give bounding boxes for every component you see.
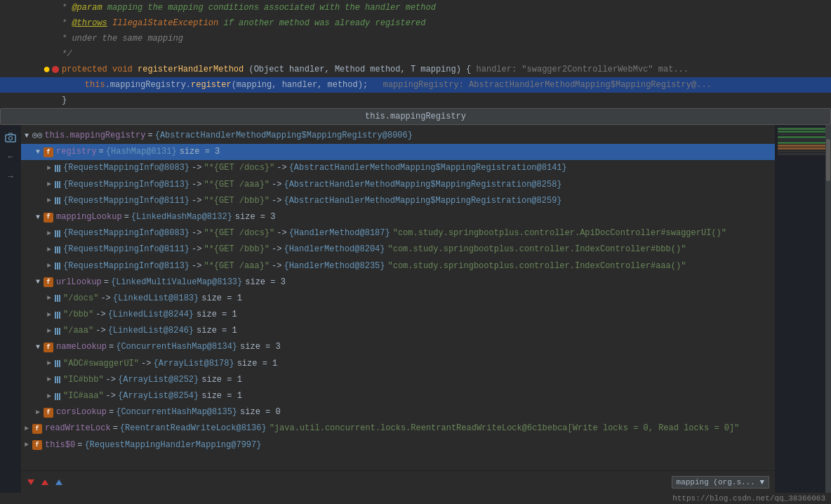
expand-nl-1[interactable]: ► xyxy=(44,358,55,369)
field-icon-corsLookup: f xyxy=(44,408,53,418)
expand-ul-3[interactable]: ► xyxy=(44,326,55,337)
expand-root[interactable]: ▼ xyxy=(21,131,32,142)
expand-readWriteLock[interactable]: ► xyxy=(21,423,32,435)
method-register: register xyxy=(191,80,232,90)
tree-row-nl-3[interactable]: ► "IC#aaa" -> {ArrayList@8254} size = 1 xyxy=(21,388,775,404)
lines-icon-ul-2 xyxy=(55,312,60,319)
tree-row-nl-2[interactable]: ► "IC#bbb" -> {ArrayList@8252} size = 1 xyxy=(21,372,775,388)
comment-2: * @throws IllegalStateException if anoth… xyxy=(62,18,426,28)
gutter-5: ● xyxy=(6,63,62,76)
svg-rect-0 xyxy=(6,135,15,142)
debug-panel: ▼ ◎◎ this.mappingRegistry = {AbstractHan… xyxy=(21,125,775,493)
double-circle-icon: ◎◎ xyxy=(32,129,42,142)
tooltip-bar: this.mappingRegistry xyxy=(0,108,831,125)
debug-tree[interactable]: ▼ ◎◎ this.mappingRegistry = {AbstractHan… xyxy=(21,125,775,470)
sidebar-icon-arrow-right[interactable]: → xyxy=(4,170,18,184)
expand-registry[interactable]: ▼ xyxy=(32,147,44,158)
tree-row-corsLookup[interactable]: ► f corsLookup = {ConcurrentHashMap@8135… xyxy=(21,404,775,420)
var-name-registry: registry xyxy=(56,145,97,159)
expand-this0[interactable]: ► xyxy=(21,439,32,451)
expand-mappingLookup[interactable]: ▼ xyxy=(32,212,44,223)
sidebar-icon-arrow-left[interactable]: ← xyxy=(4,150,18,164)
field-icon-registry: f xyxy=(44,147,53,157)
bottom-arrow-up-blue[interactable] xyxy=(55,478,63,486)
minimap-line-8 xyxy=(778,147,828,150)
field-icon-rwlock: f xyxy=(32,424,42,434)
code-content-7: } xyxy=(62,94,831,107)
expand-ul-1[interactable]: ► xyxy=(44,293,55,304)
minimap xyxy=(775,125,831,493)
sidebar-icon-camera[interactable] xyxy=(4,131,18,145)
tree-row-nl-1[interactable]: ► "ADC#swaggerUI" -> {ArrayList@8178} si… xyxy=(21,356,775,372)
lines-icon-1 xyxy=(55,165,60,172)
minimap-line-6 xyxy=(778,142,828,144)
code-content-2: * @throws IllegalStateException if anoth… xyxy=(62,17,831,29)
expand-reg-1[interactable]: ► xyxy=(44,163,55,174)
tree-row-reg-2[interactable]: ► {RequestMappingInfo@8113} -> "*{GET /a… xyxy=(21,177,775,193)
code-content-6: this.mappingRegistry.register(mapping, h… xyxy=(62,79,831,91)
expand-nl-2[interactable]: ► xyxy=(44,374,55,385)
tree-row-root[interactable]: ▼ ◎◎ this.mappingRegistry = {AbstractHan… xyxy=(21,128,775,144)
bottom-arrow-up-red[interactable] xyxy=(41,478,49,486)
expand-urlLookup[interactable]: ▼ xyxy=(32,277,44,288)
code-line-6: this.mappingRegistry.register(mapping, h… xyxy=(0,77,831,93)
hint-registry: mappingRegistry: AbstractHandlerMethodMa… xyxy=(383,80,712,90)
tooltip-title: this.mappingRegistry xyxy=(365,112,466,121)
tree-row-ul-1[interactable]: ► "/docs" -> {LinkedList@8183} size = 1 xyxy=(21,291,775,307)
minimap-line-3 xyxy=(778,133,828,135)
tree-row-ul-2[interactable]: ► "/bbb" -> {LinkedList@8244} size = 1 xyxy=(21,307,775,323)
field-icon-mappingLookup: f xyxy=(44,213,53,223)
minimap-line-10 xyxy=(778,153,828,155)
comment-1: * @param mapping the mapping conditions … xyxy=(62,3,436,13)
code-line-3: * under the same mapping xyxy=(0,31,831,46)
expand-ml-1[interactable]: ► xyxy=(44,228,55,239)
sidebar-icons: ← → xyxy=(0,125,21,493)
scrollbar-thumb[interactable] xyxy=(826,139,830,181)
lines-icon-ul-1 xyxy=(55,295,60,302)
bottom-arrow-down[interactable] xyxy=(27,478,35,486)
tree-row-readWriteLock[interactable]: ► f readWriteLock = {ReentrantReadWriteL… xyxy=(21,420,775,437)
expand-reg-3[interactable]: ► xyxy=(44,195,55,206)
expand-reg-2[interactable]: ► xyxy=(44,179,55,190)
expand-corsLookup[interactable]: ► xyxy=(32,407,44,418)
tree-row-ml-2[interactable]: ► {RequestMappingInfo@8111} -> "*{GET /b… xyxy=(21,241,775,258)
url-text: https://blog.csdn.net/qq_38366063 xyxy=(672,494,825,503)
main-container: * @param mapping the mapping conditions … xyxy=(0,0,831,504)
tree-row-ml-3[interactable]: ► {RequestMappingInfo@8113} -> "*{GET /a… xyxy=(21,258,775,274)
expand-ml-3[interactable]: ► xyxy=(44,260,55,272)
tree-row-nameLookup[interactable]: ▼ f nameLookup = {ConcurrentHashMap@8134… xyxy=(21,339,775,355)
expand-nl-3[interactable]: ► xyxy=(44,391,55,402)
tree-row-urlLookup[interactable]: ▼ f urlLookup = {LinkedMultiValueMap@813… xyxy=(21,274,775,291)
code-editor: * @param mapping the mapping conditions … xyxy=(0,0,831,108)
scrollbar-track[interactable] xyxy=(825,125,831,493)
lines-icon-nl-1 xyxy=(55,360,60,367)
field-icon-urlLookup: f xyxy=(44,277,53,287)
bottom-bar: mapping (org.s... ▼ xyxy=(21,470,775,493)
tree-row-mappingLookup[interactable]: ▼ f mappingLookup = {LinkedHashMap@8132}… xyxy=(21,209,775,225)
minimap-line-5 xyxy=(778,139,828,141)
svg-marker-4 xyxy=(55,479,62,485)
tree-row-this0[interactable]: ► f this$0 = {RequestMappingHandlerMappi… xyxy=(21,437,775,453)
code-content-3: * under the same mapping xyxy=(62,32,831,45)
svg-marker-2 xyxy=(27,479,34,485)
minimap-code xyxy=(775,125,831,493)
expand-nameLookup[interactable]: ▼ xyxy=(32,342,44,353)
lines-icon-2 xyxy=(55,181,60,188)
kw-this: this xyxy=(85,80,105,90)
minimap-line-2 xyxy=(778,131,828,133)
lines-icon-ml-1 xyxy=(55,230,60,237)
tree-row-reg-3[interactable]: ► {RequestMappingInfo@8111} -> "*{GET /b… xyxy=(21,193,775,209)
tree-row-reg-1[interactable]: ► {RequestMappingInfo@8083} -> "*{GET /d… xyxy=(21,160,775,176)
expand-ul-2[interactable]: ► xyxy=(44,310,55,321)
bottom-dropdown[interactable]: mapping (org.s... ▼ xyxy=(672,476,769,489)
var-value-root: {AbstractHandlerMethodMapping$MappingReg… xyxy=(155,129,413,142)
lines-icon-ul-3 xyxy=(55,328,60,335)
minimap-line-7 xyxy=(778,145,828,147)
expand-ml-2[interactable]: ► xyxy=(44,244,55,256)
chevron-down-icon: ▼ xyxy=(759,478,764,486)
kw-void: void xyxy=(112,65,133,74)
tree-row-ml-1[interactable]: ► {RequestMappingInfo@8083} -> "*{GET /d… xyxy=(21,225,775,241)
url-bar: https://blog.csdn.net/qq_38366063 xyxy=(0,493,831,504)
tree-row-registry[interactable]: ▼ f registry = {HashMap@8131} size = 3 xyxy=(21,144,775,160)
tree-row-ul-3[interactable]: ► "/aaa" -> {LinkedList@8246} size = 1 xyxy=(21,323,775,339)
